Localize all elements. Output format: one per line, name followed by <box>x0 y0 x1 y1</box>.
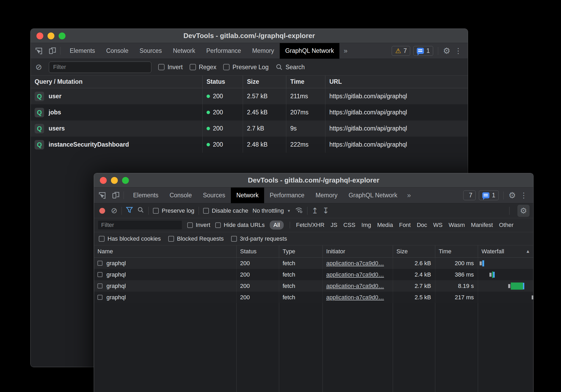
request-type-wasm[interactable]: Wasm <box>449 222 465 228</box>
tab-graphql-network[interactable]: GraphQL Network <box>280 43 340 59</box>
invert-checkbox[interactable]: Invert <box>187 222 210 228</box>
request-type-manifest[interactable]: Manifest <box>471 222 493 228</box>
invert-checkbox[interactable]: Invert <box>158 64 183 71</box>
regex-checkbox[interactable]: Regex <box>190 64 216 71</box>
network-conditions-icon[interactable] <box>295 206 303 215</box>
row-checkbox[interactable] <box>97 283 102 288</box>
checkbox[interactable] <box>158 64 165 70</box>
export-har-icon[interactable]: ↧ <box>322 207 329 215</box>
request-type-font[interactable]: Font <box>399 222 411 228</box>
checkbox[interactable] <box>99 236 105 242</box>
minimize-window-button[interactable] <box>111 177 118 184</box>
blocked-requests-checkbox[interactable]: Blocked Requests <box>168 235 224 242</box>
request-row[interactable]: graphql 200 fetch application-a7ca9d0… 2… <box>94 292 533 303</box>
column-header-url[interactable]: URL <box>325 76 468 88</box>
has-blocked-cookies-checkbox[interactable]: Has blocked cookies <box>99 235 161 242</box>
request-type-img[interactable]: Img <box>361 222 371 228</box>
tab-memory[interactable]: Memory <box>310 188 343 203</box>
initiator-link[interactable]: application-a7ca9d0… <box>326 271 384 278</box>
initiator-link[interactable]: application-a7ca9d0… <box>326 294 384 301</box>
request-type-js[interactable]: JS <box>330 222 337 228</box>
more-options-icon[interactable]: ⋮ <box>454 46 463 55</box>
request-type-ws[interactable]: WS <box>433 222 442 228</box>
request-type-all[interactable]: All <box>270 221 283 230</box>
request-type-other[interactable]: Other <box>499 222 513 228</box>
preserve-log-checkbox[interactable]: Preserve log <box>153 207 194 214</box>
checkbox[interactable] <box>231 236 237 242</box>
tab-console[interactable]: Console <box>101 43 134 59</box>
more-options-icon[interactable]: ⋮ <box>519 191 529 200</box>
inspect-element-icon[interactable] <box>98 191 106 199</box>
titlebar[interactable]: DevTools - gitlab.com/-/graphql-explorer <box>31 29 468 43</box>
record-network-log-icon[interactable] <box>99 208 105 214</box>
settings-gear-icon[interactable]: ⚙ <box>443 47 450 55</box>
issues-badge[interactable]: 1 <box>413 46 433 56</box>
column-header-type[interactable]: Type <box>279 245 323 257</box>
row-checkbox[interactable] <box>97 272 102 277</box>
tab-graphql-network[interactable]: GraphQL Network <box>343 188 403 203</box>
clear-icon[interactable]: ⊘ <box>35 63 42 71</box>
search-button[interactable]: Search <box>275 63 305 71</box>
settings-gear-icon[interactable]: ⚙ <box>508 191 516 199</box>
filter-funnel-icon[interactable] <box>126 207 133 215</box>
device-toolbar-icon[interactable] <box>48 47 57 55</box>
table-row[interactable]: Qusers 200 2.7 kB 9s https://gitlab.com/… <box>31 120 468 137</box>
table-row[interactable]: Qjobs 200 2.45 kB 207ms https://gitlab.c… <box>31 104 468 120</box>
filter-input[interactable] <box>49 62 151 73</box>
column-header-size[interactable]: Size <box>393 245 435 257</box>
request-row[interactable]: graphql 200 fetch application-a7ca9d0… 2… <box>94 280 533 292</box>
checkbox[interactable] <box>215 222 221 228</box>
clear-network-log-icon[interactable]: ⊘ <box>111 207 117 214</box>
checkbox[interactable] <box>153 208 159 214</box>
table-row[interactable]: QinstanceSecurityDashboard 200 2.48 kB 2… <box>31 137 468 153</box>
checkbox[interactable] <box>203 208 209 214</box>
hide-data-urls-checkbox[interactable]: Hide data URLs <box>215 222 265 228</box>
zoom-window-button[interactable] <box>122 177 129 184</box>
request-type-css[interactable]: CSS <box>343 222 355 228</box>
initiator-link[interactable]: application-a7ca9d0… <box>326 283 384 290</box>
network-settings-button[interactable]: ⚙ <box>517 205 530 217</box>
checkbox[interactable] <box>223 64 230 70</box>
tab-sources[interactable]: Sources <box>197 188 231 203</box>
initiator-link[interactable]: application-a7ca9d0… <box>326 260 384 267</box>
column-header-initiator[interactable]: Initiator <box>323 245 393 257</box>
column-header-waterfall[interactable]: Waterfall ▲ <box>478 245 533 257</box>
tab-console[interactable]: Console <box>164 188 197 203</box>
titlebar[interactable]: DevTools - gitlab.com/-/graphql-explorer <box>94 173 533 188</box>
row-checkbox[interactable] <box>97 295 102 300</box>
tab-elements[interactable]: Elements <box>64 43 101 59</box>
filter-input[interactable] <box>98 220 182 230</box>
column-header-time[interactable]: Time <box>435 245 478 257</box>
checkbox[interactable] <box>190 64 196 70</box>
tab-performance[interactable]: Performance <box>201 43 247 59</box>
third-party-requests-checkbox[interactable]: 3rd-party requests <box>231 235 287 242</box>
request-type-fetch-xhr[interactable]: Fetch/XHR <box>296 222 325 228</box>
issues-badge[interactable]: 1 <box>479 190 499 200</box>
close-window-button[interactable] <box>100 177 107 184</box>
column-header-size[interactable]: Size <box>243 76 286 88</box>
checkbox[interactable] <box>187 222 193 228</box>
warnings-badge[interactable]: ⚠ 7 <box>392 46 410 56</box>
request-type-media[interactable]: Media <box>377 222 393 228</box>
row-checkbox[interactable] <box>97 261 102 266</box>
tab-network[interactable]: Network <box>231 188 264 203</box>
request-type-doc[interactable]: Doc <box>417 222 427 228</box>
tab-network[interactable]: Network <box>167 43 201 59</box>
column-header-name[interactable]: Name <box>94 245 237 257</box>
preserve-log-checkbox[interactable]: Preserve Log <box>223 64 269 71</box>
throttling-select[interactable]: No throttling ▼ <box>253 207 291 214</box>
disable-cache-checkbox[interactable]: Disable cache <box>203 207 248 214</box>
search-icon[interactable] <box>137 206 144 215</box>
column-header-time[interactable]: Time <box>286 76 325 88</box>
sort-ascending-icon[interactable]: ▲ <box>526 249 533 254</box>
import-har-icon[interactable]: ↥ <box>312 207 318 215</box>
warnings-badge[interactable]: 7 <box>463 190 476 200</box>
zoom-window-button[interactable] <box>59 32 66 39</box>
column-header-query-mutation[interactable]: Query / Mutation <box>31 76 203 88</box>
column-header-status[interactable]: Status <box>237 245 279 257</box>
tab-elements[interactable]: Elements <box>128 188 164 203</box>
more-tabs-icon[interactable]: » <box>339 43 352 59</box>
request-row[interactable]: graphql 200 fetch application-a7ca9d0… 2… <box>94 258 533 269</box>
table-row[interactable]: Quser 200 2.57 kB 211ms https://gitlab.c… <box>31 88 468 104</box>
tab-sources[interactable]: Sources <box>134 43 167 59</box>
